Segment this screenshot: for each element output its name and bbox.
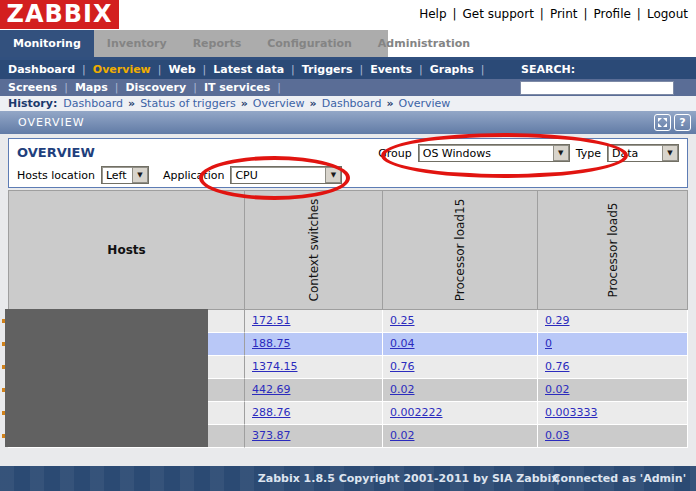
title-bar-icons: ? (654, 114, 691, 131)
item-value-link[interactable]: 288.76 (252, 406, 291, 419)
search-input[interactable] (520, 81, 674, 95)
separator: » (305, 97, 322, 110)
logout-link[interactable]: Logout (647, 7, 688, 21)
item-value-link[interactable]: 0.02 (390, 383, 415, 396)
host-marker (2, 411, 5, 415)
menu-item-discovery[interactable]: Discovery (125, 81, 186, 94)
menu-bar-primary: Dashboard|Overview|Web|Latest data|Trigg… (0, 60, 696, 79)
tab-monitoring[interactable]: Monitoring (0, 30, 94, 57)
top-links: Help|Get support|Print|Profile|Logout (419, 7, 688, 21)
section-title-bar: OVERVIEW (0, 111, 696, 134)
separator: | (270, 81, 288, 94)
main-tabs: Monitoring Inventory Reports Configurati… (0, 30, 388, 57)
application-label: Application (163, 169, 224, 182)
value-cell: 0.25 (383, 310, 538, 333)
item-value-link[interactable]: 0.76 (390, 360, 415, 373)
chevron-down-icon: ▼ (132, 167, 148, 183)
item-value-link[interactable]: 0.02 (390, 429, 415, 442)
menu-item-it-services[interactable]: IT services (204, 81, 270, 94)
chevron-down-icon: ▼ (662, 145, 678, 161)
item-value-link[interactable]: 0 (545, 337, 552, 350)
help-link[interactable]: Help (419, 7, 446, 21)
item-value-link[interactable]: 0.003333 (545, 406, 598, 419)
breadcrumb: History:Dashboard»Status of triggers»Ove… (0, 96, 696, 111)
type-select[interactable]: Data ▼ (607, 144, 679, 162)
menu-item-screens[interactable]: Screens (8, 81, 57, 94)
help-icon[interactable]: ? (674, 114, 691, 131)
item-value-link[interactable]: 0.002222 (390, 406, 443, 419)
item-value-link[interactable]: 0.04 (390, 337, 415, 350)
table-header-row: Hosts Context switches Processor load15 … (8, 190, 688, 310)
value-cell: 0.76 (538, 356, 688, 379)
zabbix-logo: ZABBIX (0, 0, 119, 29)
crumb-overview[interactable]: Overview (253, 97, 305, 110)
menu-item-triggers[interactable]: Triggers (302, 63, 353, 76)
section-title: OVERVIEW (18, 116, 85, 129)
item-value-link[interactable]: 0.03 (545, 429, 570, 442)
item-value-link[interactable]: 188.75 (252, 337, 291, 350)
value-cell: 0.002222 (383, 402, 538, 425)
separator: | (474, 63, 492, 76)
item-value-link[interactable]: 0.02 (545, 383, 570, 396)
item-value-link[interactable]: 373.87 (252, 429, 291, 442)
separator: » (123, 97, 140, 110)
menu-item-latest-data[interactable]: Latest data (213, 63, 284, 76)
separator: | (75, 63, 93, 76)
tab-configuration[interactable]: Configuration (254, 30, 365, 57)
hosts-location-select-value: Left (102, 169, 131, 182)
item-value-link[interactable]: 0.29 (545, 314, 570, 327)
tab-inventory[interactable]: Inventory (94, 30, 180, 57)
group-select[interactable]: OS Windows ▼ (418, 144, 570, 162)
crumb-status-of-triggers[interactable]: Status of triggers (140, 97, 236, 110)
value-cell: 0.03 (538, 425, 688, 448)
value-cell: 288.76 (245, 402, 383, 425)
separator: | (284, 63, 302, 76)
separator: | (534, 7, 550, 21)
value-cell: 1374.15 (245, 356, 383, 379)
column-header-context-switches: Context switches (245, 190, 383, 310)
menu-item-maps[interactable]: Maps (75, 81, 108, 94)
host-marker (2, 342, 5, 346)
item-value-link[interactable]: 0.25 (390, 314, 415, 327)
item-value-link[interactable]: 172.51 (252, 314, 291, 327)
menu-item-dashboard[interactable]: Dashboard (8, 63, 75, 76)
chevron-down-icon: ▼ (553, 145, 569, 161)
menu-item-overview[interactable]: Overview (93, 63, 151, 76)
application-select-value: CPU (231, 169, 261, 182)
value-cell: 0 (538, 333, 688, 356)
separator: | (57, 81, 75, 94)
type-select-value: Data (608, 147, 642, 160)
menu-item-events[interactable]: Events (370, 63, 412, 76)
value-cell: 0.02 (538, 379, 688, 402)
fullscreen-icon[interactable] (654, 114, 671, 131)
get-support-link[interactable]: Get support (463, 7, 534, 21)
tab-administration[interactable]: Administration (365, 30, 483, 57)
column-header-label: Processor load15 (453, 199, 467, 302)
item-value-link[interactable]: 1374.15 (252, 360, 298, 373)
host-marker (2, 319, 5, 323)
hosts-location-label: Hosts location (17, 169, 95, 182)
profile-link[interactable]: Profile (594, 7, 631, 21)
value-cell: 0.04 (383, 333, 538, 356)
crumb-dashboard[interactable]: Dashboard (63, 97, 123, 110)
type-label: Type (576, 147, 601, 160)
group-select-value: OS Windows (419, 147, 495, 160)
filter-row-top: Group OS Windows ▼ Type Data ▼ (378, 144, 679, 162)
separator: | (196, 63, 214, 76)
print-link[interactable]: Print (550, 7, 578, 21)
crumb-dashboard-2[interactable]: Dashboard (322, 97, 382, 110)
tab-reports[interactable]: Reports (180, 30, 255, 57)
column-header-label: Processor load5 (606, 203, 620, 298)
item-value-link[interactable]: 0.76 (545, 360, 570, 373)
menu-item-web[interactable]: Web (169, 63, 196, 76)
crumb-overview-2[interactable]: Overview (398, 97, 450, 110)
search-label: SEARCH: (521, 60, 575, 79)
menu-item-graphs[interactable]: Graphs (430, 63, 474, 76)
connected-as-label: Connected as 'Admin' (552, 466, 686, 491)
value-cell: 0.02 (383, 425, 538, 448)
application-select[interactable]: CPU ▼ (230, 166, 342, 184)
hosts-location-select[interactable]: Left ▼ (101, 166, 149, 184)
column-header-processor-load5: Processor load5 (538, 190, 688, 310)
redaction-overlay (5, 309, 208, 447)
item-value-link[interactable]: 442.69 (252, 383, 291, 396)
